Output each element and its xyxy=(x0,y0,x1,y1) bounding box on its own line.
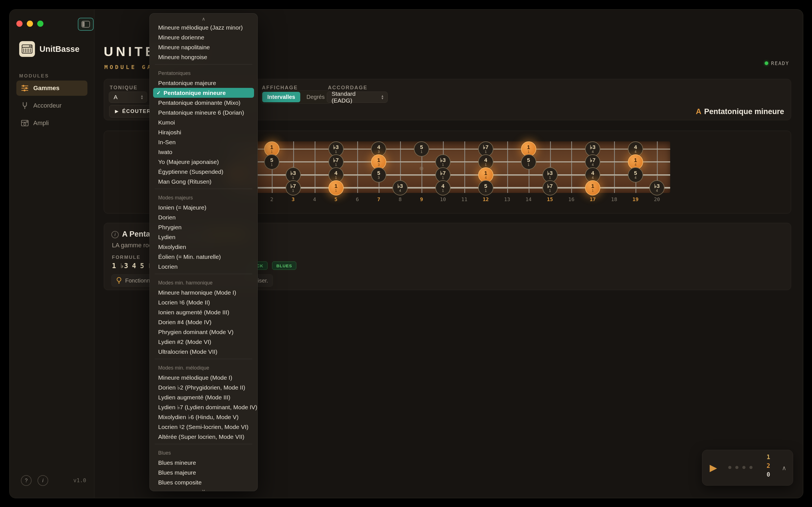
dropdown-item[interactable]: Pentatonique dominante (Mixo) xyxy=(150,98,257,108)
fret-number: 13 xyxy=(504,196,510,202)
dropdown-item[interactable]: Mineure mélodique (Jazz minor) xyxy=(150,22,257,33)
dropdown-item[interactable]: Hirajoshi xyxy=(150,127,257,137)
scroll-down-button[interactable]: ∨ xyxy=(150,487,257,491)
dropdown-item[interactable]: In-Sen xyxy=(150,137,257,147)
dropdown-item[interactable]: Ultralocrien (Mode VII) xyxy=(150,347,257,356)
zoom-button[interactable] xyxy=(37,20,43,27)
dropdown-item[interactable]: Mineure mélodique (Mode I) xyxy=(150,373,257,383)
current-scale-root: A xyxy=(696,107,702,116)
dropdown-item[interactable]: Dorien #4 (Mode IV) xyxy=(150,317,257,327)
screen: { "colors":{"accent_orange":"#e0983f","a… xyxy=(0,0,812,507)
style-badge: BLUES xyxy=(272,262,296,270)
dropdown-item[interactable]: Mineure napolitaine xyxy=(150,42,257,52)
accordage-select[interactable]: Standard (EADG) ▲▼ xyxy=(327,92,388,103)
fret-numbers: 1234567891011121314151617181920 xyxy=(229,196,670,204)
tonique-select[interactable]: A ▲▼ xyxy=(109,92,147,103)
dropdown-item[interactable]: Locrien xyxy=(150,262,257,272)
dropdown-item[interactable]: Mixolydien xyxy=(150,242,257,252)
dropdown-item[interactable]: Lydien augmenté (Mode III) xyxy=(150,392,257,402)
dropdown-section-header: Modes min. harmonique xyxy=(150,276,257,288)
dropdown-item[interactable]: Altérée (Super locrien, Mode VII) xyxy=(150,432,257,442)
dropdown-item[interactable]: Phrygien dominant (Mode V) xyxy=(150,327,257,337)
dropdown-item[interactable]: Mineure dorienne xyxy=(150,33,257,42)
fret-number: 20 xyxy=(654,196,660,202)
dropdown-item[interactable]: Mineure harmonique (Mode I) xyxy=(150,288,257,297)
dropdown-item[interactable]: Ionien augmenté (Mode III) xyxy=(150,307,257,317)
ecouter-label: ÉCOUTER xyxy=(122,108,151,114)
player-panel: ▶ 1 2 0 ∧ xyxy=(702,450,793,486)
note-marker: 51 xyxy=(478,180,493,195)
status-label: READY xyxy=(771,60,789,66)
dropdown-item[interactable]: Blues majeure xyxy=(150,467,257,477)
dropdown-item[interactable]: Dorien xyxy=(150,212,257,222)
bpm-digit: 1 xyxy=(767,453,770,462)
note-marker: ♭34 xyxy=(649,180,665,195)
sidebar-item-gammes[interactable]: Gammes xyxy=(16,80,87,96)
dropdown-item[interactable]: Blues composite xyxy=(150,477,257,487)
sidebar-toggle-icon xyxy=(82,21,90,27)
scale-dropdown: ∧ Mineure mélodique (Jazz minor)Mineure … xyxy=(149,13,258,491)
player-expand-button[interactable]: ∧ xyxy=(779,463,789,473)
dropdown-item[interactable]: Locrien ♮2 (Semi-locrien, Mode VI) xyxy=(150,422,257,432)
dropdown-item[interactable]: Pentatonique mineure 6 (Dorian) xyxy=(150,108,257,117)
dropdown-item[interactable]: ✓Pentatonique mineure xyxy=(153,88,254,98)
dropdown-item[interactable]: Lydien ♭7 (Lydien dominant, Mode IV) xyxy=(150,402,257,412)
status-indicator: READY xyxy=(765,60,789,66)
dropdown-item[interactable]: Iwato xyxy=(150,147,257,157)
dropdown-divider xyxy=(155,189,252,189)
sidebar: UnitBasse MODULES Gammes xyxy=(10,10,94,498)
dropdown-item[interactable]: Lydien xyxy=(150,232,257,242)
about-button[interactable]: i xyxy=(38,475,48,486)
step-dots xyxy=(728,466,753,469)
select-chevrons-icon: ▲▼ xyxy=(377,95,384,100)
dropdown-item[interactable]: Dorien ♭2 (Phrygidorien, Mode II) xyxy=(150,383,257,392)
bpm-digit: 2 xyxy=(767,462,770,470)
fret-number: 9 xyxy=(420,196,423,202)
scroll-up-button[interactable]: ∧ xyxy=(150,15,257,22)
dropdown-item[interactable]: Phrygien xyxy=(150,222,257,232)
fret-number: 8 xyxy=(399,196,402,202)
check-icon: ✓ xyxy=(156,90,161,96)
note-marker: ♭34 xyxy=(393,180,408,195)
app-window: UnitBasse MODULES Gammes xyxy=(9,9,803,498)
dropdown-item[interactable]: Man Gong (Ritusen) xyxy=(150,177,257,186)
dropdown-item[interactable]: Lydien #2 (Mode VI) xyxy=(150,337,257,347)
sidebar-toggle-button[interactable] xyxy=(78,18,94,31)
affichage-label: AFFICHAGE xyxy=(262,85,298,91)
help-button[interactable]: ? xyxy=(21,475,32,486)
sidebar-item-ampli[interactable]: Ampli xyxy=(16,115,87,131)
fret-number: 7 xyxy=(377,196,380,202)
dropdown-item[interactable]: Yo (Majeure japonaise) xyxy=(150,157,257,167)
affichage-option-degres[interactable]: Degrés xyxy=(301,92,329,102)
affichage-option-intervalles[interactable]: Intervalles xyxy=(262,92,300,102)
dropdown-item[interactable]: Pentatonique majeure xyxy=(150,78,257,88)
fret-number: 19 xyxy=(632,196,639,202)
dropdown-item[interactable]: Égyptienne (Suspended) xyxy=(150,167,257,177)
info-icon: i xyxy=(42,478,43,484)
sidebar-item-accordeur[interactable]: Accordeur xyxy=(16,98,87,113)
formula-token: 4 xyxy=(132,262,136,270)
dropdown-item[interactable]: Kumoi xyxy=(150,117,257,127)
note-marker: 51 xyxy=(264,154,280,170)
help-icon: ? xyxy=(25,478,28,484)
dropdown-item[interactable]: Ionien (= Majeure) xyxy=(150,203,257,212)
note-marker: ♭71 xyxy=(543,180,558,195)
formula-token: 5 xyxy=(140,262,144,270)
dropdown-item[interactable]: Blues mineure xyxy=(150,458,257,467)
fret-inlay-dot xyxy=(419,166,423,170)
dropdown-item[interactable]: Locrien ♮6 (Mode II) xyxy=(150,297,257,307)
dropdown-divider xyxy=(155,359,252,359)
fret-number: 17 xyxy=(590,196,596,202)
scroll-up-icon: ∧ xyxy=(202,16,205,22)
window-controls xyxy=(16,20,43,27)
dropdown-item[interactable]: Éolien (= Min. naturelle) xyxy=(150,252,257,262)
minimize-button[interactable] xyxy=(27,20,33,27)
dropdown-divider xyxy=(155,274,252,274)
dropdown-item[interactable]: Mineure hongroise xyxy=(150,52,257,62)
dropdown-item[interactable]: Mixolydien ♭6 (Hindu, Mode V) xyxy=(150,412,257,422)
fret-number: 18 xyxy=(611,196,617,202)
note-marker: 54 xyxy=(628,167,643,182)
close-button[interactable] xyxy=(16,20,22,27)
player-play-button[interactable]: ▶ xyxy=(710,461,717,474)
sliders-icon xyxy=(21,84,29,92)
